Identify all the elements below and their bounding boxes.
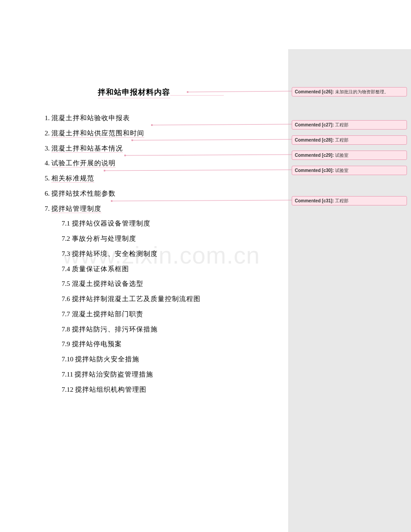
title-row: 拌和站申报材料内容 <box>45 87 277 98</box>
list-text: 混凝土搅拌站设备选型 <box>72 280 143 287</box>
comment-text: 试验室 <box>335 168 348 173</box>
list-item: 7.12 搅拌站组织机构管理图 <box>62 382 288 398</box>
comment-id: Commented [c26]: <box>295 89 335 94</box>
list-number: 7.10 <box>62 356 75 363</box>
list-text: 混凝土拌和站供应范围和时间 <box>51 130 144 138</box>
list-number: 5. <box>45 175 51 182</box>
list-text: 搅拌站环境、安全检测制度 <box>72 250 158 257</box>
list-item: 5. 相关标准规范 <box>45 171 288 186</box>
list-text: 搅拌站治安防盗管理措施 <box>75 371 153 378</box>
list-text: 搅拌站技术性能参数 <box>51 190 116 197</box>
list-number: 3. <box>45 145 51 152</box>
comment-text: 工程部 <box>335 138 348 142</box>
comment-id: Commented [c27]: <box>295 122 335 127</box>
list-number: 7.9 <box>62 340 72 348</box>
list-text: 事故分析与处理制度 <box>72 235 136 242</box>
list-item: 7.11 搅拌站治安防盗管理措施 <box>62 367 288 382</box>
list-number: 7.3 <box>62 250 72 257</box>
list-number: 7.1 <box>62 220 72 227</box>
list-item: 1. 混凝土拌和站验收申报表 <box>45 111 288 126</box>
list-item: 3. 混凝土拌和站基本情况 <box>45 141 288 156</box>
list-text: 搅拌站管理制度 <box>51 205 101 213</box>
list-number: 6. <box>45 190 51 197</box>
list-number: 2. <box>45 130 51 137</box>
comment-id: Commented [c31]: <box>295 198 335 203</box>
list-item: 7.2 事故分析与处理制度 <box>62 231 288 247</box>
list-item: 7. 搅拌站管理制度 <box>45 201 288 217</box>
list-text: 试验工作开展的说明 <box>51 159 116 168</box>
comment-text: 试验室 <box>335 153 348 158</box>
list-text: 搅拌站仪器设备管理制度 <box>72 220 151 227</box>
list-text: 搅拌站拌制混凝土工艺及质量控制流程图 <box>72 295 201 302</box>
sub-list: 7.1 搅拌站仪器设备管理制度7.2 事故分析与处理制度7.3 搅拌站环境、安全… <box>45 216 288 397</box>
main-list: 1. 混凝土拌和站验收申报表2. 混凝土拌和站供应范围和时间3. 混凝土拌和站基… <box>45 111 288 216</box>
comment-box[interactable]: Commented [c27]: 工程部 <box>292 120 407 130</box>
comment-box[interactable]: Commented [c30]: 试验室 <box>292 166 407 175</box>
list-item: 7.5 混凝土搅拌站设备选型 <box>62 276 288 292</box>
list-item: 6. 搅拌站技术性能参数 <box>45 186 288 201</box>
list-number: 1. <box>45 114 51 121</box>
comment-text: 工程部 <box>335 122 348 127</box>
list-item: 7.7 混凝土搅拌站部门职责 <box>62 307 288 322</box>
list-number: 7. <box>45 205 51 212</box>
comment-box[interactable]: Commented [c26]: 未加批注的为物资部整理。 <box>292 87 407 96</box>
list-text: 混凝土拌和站基本情况 <box>51 145 123 153</box>
list-number: 7.5 <box>62 280 72 287</box>
page-title: 拌和站申报材料内容 <box>98 87 170 98</box>
list-text: 混凝土拌和站验收申报表 <box>51 114 130 121</box>
list-number: 4. <box>45 159 51 167</box>
comment-id: Commented [c29]: <box>295 153 335 158</box>
list-item: 7.1 搅拌站仪器设备管理制度 <box>62 216 288 231</box>
comment-box[interactable]: Commented [c31]: 工程部 <box>292 196 407 205</box>
list-item: 2. 混凝土拌和站供应范围和时间 <box>45 126 288 141</box>
comment-id: Commented [c28]: <box>295 138 335 142</box>
list-number: 7.2 <box>62 235 72 242</box>
comment-box[interactable]: Commented [c28]: 工程部 <box>292 135 407 145</box>
list-item: 7.6 搅拌站拌制混凝土工艺及质量控制流程图 <box>62 292 288 307</box>
list-item: 7.4 质量保证体系框图 <box>62 262 288 277</box>
list-text: 搅拌站停电预案 <box>72 340 122 348</box>
list-item: 7.8 搅拌站防污、排污环保措施 <box>62 322 288 337</box>
list-item: 7.3 搅拌站环境、安全检测制度 <box>62 247 288 262</box>
comment-text: 未加批注的为物资部整理。 <box>335 89 389 94</box>
list-number: 7.11 <box>62 371 75 378</box>
comment-box[interactable]: Commented [c29]: 试验室 <box>292 151 407 160</box>
list-text: 混凝土搅拌站部门职责 <box>72 310 143 318</box>
comment-text: 工程部 <box>335 198 348 203</box>
list-number: 7.4 <box>62 265 72 272</box>
list-item: 7.10 搅拌站防火安全措施 <box>62 352 288 367</box>
list-number: 7.8 <box>62 326 72 333</box>
list-text: 质量保证体系框图 <box>72 265 129 272</box>
list-number: 7.6 <box>62 295 72 302</box>
comment-id: Commented [c30]: <box>295 168 335 173</box>
list-text: 搅拌站防火安全措施 <box>75 356 139 363</box>
list-item: 4. 试验工作开展的说明 <box>45 156 288 171</box>
list-item: 7.9 搅拌站停电预案 <box>62 337 288 352</box>
list-text: 搅拌站组织机构管理图 <box>75 386 147 393</box>
list-text: 搅拌站防污、排污环保措施 <box>72 326 158 333</box>
list-number: 7.7 <box>62 310 72 318</box>
list-number: 7.12 <box>62 386 75 393</box>
document-page: 拌和站申报材料内容 1. 混凝土拌和站验收申报表2. 混凝土拌和站供应范围和时间… <box>0 0 288 532</box>
list-text: 相关标准规范 <box>51 175 94 183</box>
